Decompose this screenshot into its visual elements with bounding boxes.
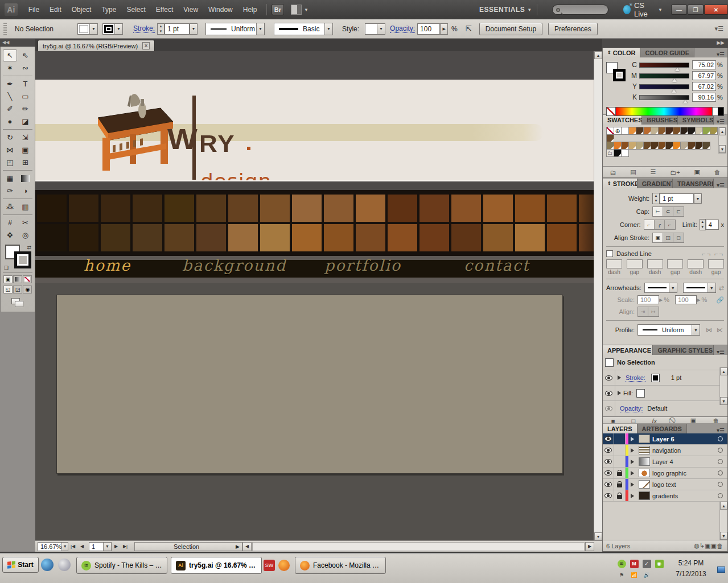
appearance-stroke-row[interactable]: Stroke: 1 pt: [603, 370, 727, 386]
draw-normal-button[interactable]: ◱: [3, 286, 13, 293]
mesh-tool[interactable]: ▦: [3, 172, 17, 184]
gradient-swatch[interactable]: [324, 224, 353, 251]
swatch[interactable]: [606, 149, 614, 157]
dash-input[interactable]: [647, 259, 663, 268]
corner-buttons[interactable]: ⌐╭⌐: [644, 220, 676, 230]
arrow-scale-1[interactable]: 100: [637, 295, 659, 304]
dash-gap-inputs[interactable]: [606, 259, 724, 268]
stroke-weight-value[interactable]: 1 pt: [164, 23, 190, 35]
gradient-swatch[interactable]: [483, 224, 513, 251]
tray-network-icon[interactable]: 📶: [630, 571, 639, 580]
layer-target-icon[interactable]: [718, 448, 723, 453]
limit-stepper[interactable]: ▲▼: [700, 219, 706, 230]
swatch[interactable]: [628, 142, 636, 150]
dash-input[interactable]: [606, 259, 622, 268]
panel-menu-icon[interactable]: ▾☰: [714, 182, 727, 188]
swatch[interactable]: [695, 142, 703, 150]
appearance-scrollbar[interactable]: ▲ ▼: [719, 367, 727, 405]
gradient-swatch[interactable]: [515, 195, 545, 222]
gradient-swatch[interactable]: [419, 195, 449, 222]
screen-mode-button[interactable]: [11, 298, 24, 307]
expand-icon[interactable]: [631, 437, 634, 441]
taskbar-button-illustrator[interactable]: Ai try5g.ai @ 16.67% (R...: [171, 557, 262, 574]
color-fill-stroke-proxy[interactable]: [606, 62, 626, 81]
panel-menu-icon[interactable]: ▾☰: [714, 51, 727, 57]
swatch[interactable]: [651, 127, 659, 135]
layer-row-layer6[interactable]: Layer 6: [603, 433, 727, 445]
panel-menu-icon[interactable]: ▾☰: [714, 427, 727, 433]
tray-flag-icon[interactable]: ⚑: [618, 571, 626, 580]
gradient-swatch[interactable]: [292, 224, 322, 251]
color-mode-button[interactable]: ▣: [3, 275, 13, 283]
swap-arrowheads-icon[interactable]: ⇄: [719, 284, 724, 292]
visibility-toggle[interactable]: [603, 386, 615, 400]
hscroll-right-icon[interactable]: ▶: [585, 542, 594, 551]
gradient-swatch[interactable]: [483, 195, 513, 222]
swatch[interactable]: [621, 149, 629, 157]
make-clipping-mask-icon[interactable]: ◍: [694, 542, 700, 549]
menu-view[interactable]: View: [178, 0, 203, 19]
firefox-icon[interactable]: [278, 560, 290, 571]
swatch-grid-row3[interactable]: [606, 149, 718, 156]
swatch[interactable]: [688, 127, 696, 135]
magenta-value[interactable]: 67.97: [692, 71, 716, 80]
taskbar-button-spotify[interactable]: ≋ Spotify - The Kills – Baby...: [76, 557, 167, 574]
swatch[interactable]: [643, 142, 651, 150]
tab-transparency[interactable]: TRANSPARENCY: [673, 179, 714, 188]
menu-effect[interactable]: Effect: [151, 0, 178, 19]
lock-toggle[interactable]: [614, 490, 626, 501]
swatch[interactable]: [621, 127, 629, 135]
swatch[interactable]: [614, 127, 622, 135]
link-scale-icon[interactable]: 🔗: [716, 296, 724, 304]
tray-nvidia-icon[interactable]: ◉: [655, 560, 664, 568]
lock-toggle[interactable]: [614, 456, 626, 467]
taskbar-button-facebook[interactable]: Facebook - Mozilla Firefox: [295, 557, 386, 574]
rectangle-tool[interactable]: ▭: [18, 90, 32, 102]
first-artboard-icon[interactable]: |◀: [68, 542, 77, 551]
stroke-color-dropdown[interactable]: ▼: [102, 23, 123, 35]
layer-name[interactable]: Layer 4: [652, 458, 718, 465]
quicklaunch-browser-icon[interactable]: [41, 559, 54, 571]
menu-type[interactable]: Type: [96, 0, 121, 19]
width-profile-dropdown[interactable]: Uniform ▼: [205, 23, 265, 35]
panel-menu-icon[interactable]: ▾☰: [714, 118, 727, 125]
swatch[interactable]: [636, 127, 644, 135]
preferences-button[interactable]: Preferences: [548, 23, 598, 35]
swatch[interactable]: [606, 142, 614, 150]
delete-layer-icon[interactable]: 🗑: [717, 543, 723, 549]
fill-stroke-controls[interactable]: ⇄ ❏: [3, 245, 32, 271]
delete-swatch-icon[interactable]: 🗑: [714, 169, 721, 176]
color-spectrum-bar[interactable]: [606, 107, 724, 116]
type-tool[interactable]: T: [18, 78, 32, 90]
cap-buttons[interactable]: ⊢⊂⊏: [652, 206, 684, 217]
arrow-scale-2[interactable]: 100: [675, 295, 697, 304]
prev-artboard-icon[interactable]: ◀: [77, 542, 87, 551]
swatch-grid-row1[interactable]: [606, 127, 718, 142]
swatch[interactable]: [702, 127, 710, 135]
tray-spotify-icon[interactable]: ≋: [618, 560, 626, 568]
swatches-scrollbar[interactable]: ▲ ▼: [718, 127, 726, 154]
visibility-toggle[interactable]: [603, 490, 614, 501]
gradient-swatch[interactable]: [228, 224, 258, 251]
tab-appearance[interactable]: APPEARANCE: [603, 345, 653, 355]
default-fill-stroke-icon[interactable]: ❏: [4, 265, 9, 271]
stroke-weight-stepper[interactable]: ▲▼: [157, 23, 164, 35]
visibility-toggle[interactable]: [603, 479, 614, 490]
visibility-toggle[interactable]: [603, 401, 615, 416]
swf-app-icon[interactable]: SW: [264, 560, 275, 571]
gradient-swatch[interactable]: [451, 195, 481, 222]
arrowhead-start-dropdown[interactable]: ▼: [644, 283, 677, 293]
gradient-swatch[interactable]: [133, 195, 162, 222]
chevron-down-icon[interactable]: ▼: [304, 7, 309, 13]
fill-color-dropdown[interactable]: ▼: [77, 23, 98, 35]
stroke-color-thumb[interactable]: [651, 374, 660, 382]
gradient-swatch[interactable]: [69, 224, 98, 251]
none-mode-button[interactable]: [23, 275, 32, 283]
dash-preset-icons[interactable]: ⌐¬ ⌐¬: [702, 250, 724, 257]
gap-input[interactable]: [708, 259, 724, 268]
expand-icon[interactable]: [631, 494, 634, 498]
swatch[interactable]: [636, 142, 644, 150]
tab-stroke[interactable]: ⇕STROKE: [603, 179, 637, 188]
opacity-link[interactable]: Opacity:: [390, 24, 415, 33]
tab-artboards[interactable]: ARTBOARDS: [637, 424, 687, 433]
